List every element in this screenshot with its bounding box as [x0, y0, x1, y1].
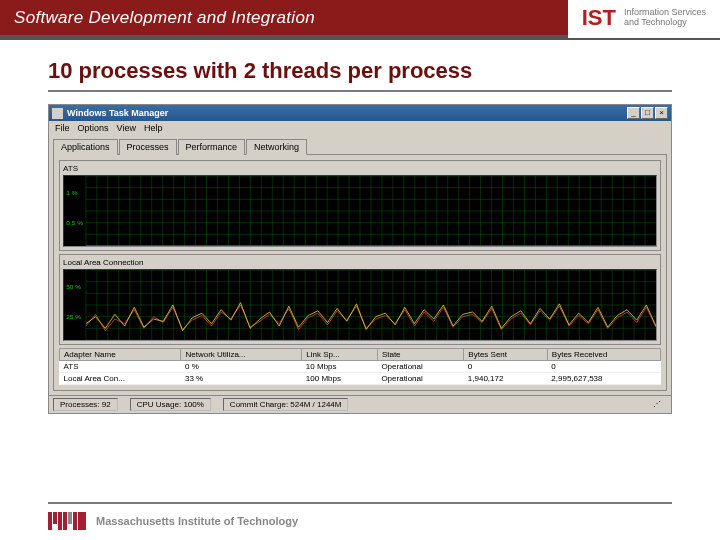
ist-sub2: and Technology [624, 18, 706, 28]
mit-logo [48, 512, 86, 530]
table-row[interactable]: Local Area Con...33 %100 MbpsOperational… [60, 373, 661, 385]
tab-performance[interactable]: Performance [178, 139, 246, 155]
cell: 2,995,627,538 [547, 373, 660, 385]
column-header[interactable]: Bytes Sent [464, 349, 548, 361]
menu-view[interactable]: View [117, 123, 136, 133]
tab-content: ATS 1 %0.5 % Local Area Connection 50 %2… [53, 154, 667, 391]
status-processes: Processes: 92 [53, 398, 118, 411]
cell: 0 % [181, 361, 302, 373]
tab-processes[interactable]: Processes [119, 139, 177, 155]
svg-text:0.5 %: 0.5 % [66, 219, 83, 226]
cell: 33 % [181, 373, 302, 385]
column-header[interactable]: Bytes Received [547, 349, 660, 361]
svg-text:1 %: 1 % [66, 190, 78, 197]
graph-group-ats: ATS 1 %0.5 % [59, 160, 661, 251]
header-bar: Software Development and Integration IST… [0, 0, 720, 40]
cell: 100 Mbps [302, 373, 378, 385]
graph-ats-label: ATS [63, 164, 657, 173]
svg-text:50 %: 50 % [66, 284, 81, 291]
column-header[interactable]: Adapter Name [60, 349, 181, 361]
close-button[interactable]: × [655, 107, 668, 119]
column-header[interactable]: Link Sp... [302, 349, 378, 361]
titlebar[interactable]: Windows Task Manager _ □ × [49, 105, 671, 121]
graph-lan: 50 %25 % [63, 269, 657, 341]
footer-org: Massachusetts Institute of Technology [96, 515, 298, 527]
menu-bar: File Options View Help [49, 121, 671, 135]
svg-text:25 %: 25 % [66, 313, 81, 320]
footer-rule [48, 502, 672, 504]
table-row[interactable]: ATS0 %10 MbpsOperational00 [60, 361, 661, 373]
ist-logo: IST [582, 5, 616, 31]
status-bar: Processes: 92 CPU Usage: 100% Commit Cha… [49, 395, 671, 413]
menu-help[interactable]: Help [144, 123, 163, 133]
footer: Massachusetts Institute of Technology [48, 502, 672, 530]
app-icon [52, 108, 63, 119]
status-cpu: CPU Usage: 100% [130, 398, 211, 411]
cell: Operational [377, 373, 463, 385]
menu-options[interactable]: Options [78, 123, 109, 133]
cell: 0 [547, 361, 660, 373]
cell: 1,940,172 [464, 373, 548, 385]
minimize-button[interactable]: _ [627, 107, 640, 119]
menu-file[interactable]: File [55, 123, 70, 133]
graph-lan-label: Local Area Connection [63, 258, 657, 267]
adapter-table: Adapter NameNetwork Utiliza...Link Sp...… [59, 348, 661, 385]
slide-body: 10 processes with 2 threads per process … [0, 40, 720, 422]
maximize-button[interactable]: □ [641, 107, 654, 119]
slide-rule [48, 90, 672, 92]
status-commit: Commit Charge: 524M / 1244M [223, 398, 349, 411]
column-header[interactable]: Network Utiliza... [181, 349, 302, 361]
cell: 0 [464, 361, 548, 373]
cell: Operational [377, 361, 463, 373]
resize-grip[interactable]: ⋰ [647, 398, 667, 411]
cell: Local Area Con... [60, 373, 181, 385]
ist-logo-block: IST Information Services and Technology [568, 0, 720, 38]
graph-group-lan: Local Area Connection 50 %25 % [59, 254, 661, 345]
task-manager-window: Windows Task Manager _ □ × File Options … [48, 104, 672, 414]
tab-applications[interactable]: Applications [53, 139, 118, 155]
graph-ats: 1 %0.5 % [63, 175, 657, 247]
header-title: Software Development and Integration [14, 8, 568, 28]
cell: 10 Mbps [302, 361, 378, 373]
slide-title: 10 processes with 2 threads per process [48, 58, 672, 84]
tab-networking[interactable]: Networking [246, 139, 307, 155]
tab-strip: Applications Processes Performance Netwo… [49, 135, 671, 154]
window-title: Windows Task Manager [67, 108, 626, 118]
column-header[interactable]: State [377, 349, 463, 361]
cell: ATS [60, 361, 181, 373]
